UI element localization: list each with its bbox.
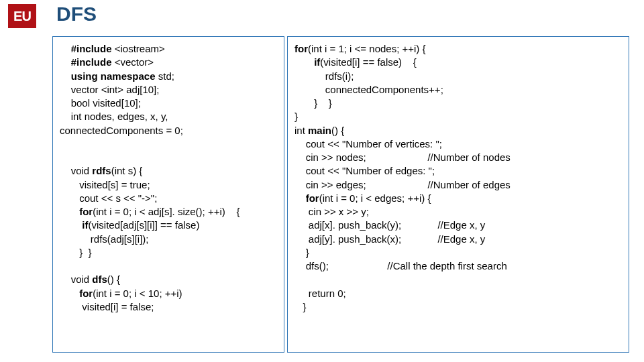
code-panels: #include <iostream> #include <vector> us…	[52, 36, 631, 353]
logo-badge: EU	[8, 4, 36, 28]
page-title: DFS	[56, 3, 97, 25]
code-panel-right: for(int i = 1; i <= nodes; ++i) { if(vis…	[287, 36, 629, 353]
code-panel-left: #include <iostream> #include <vector> us…	[52, 36, 284, 353]
